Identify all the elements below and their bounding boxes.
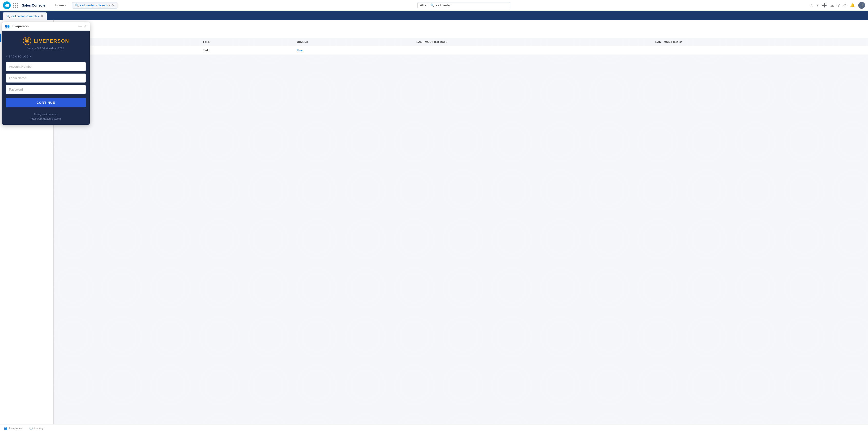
bottom-bar-history[interactable]: 🕐 History [29, 427, 43, 430]
home-tab-label: Home [55, 3, 64, 7]
table-row: Call Center Field User [54, 46, 868, 55]
login-name-input[interactable] [6, 73, 86, 82]
bottom-bar-liveperson[interactable]: 👥 Liveperson [4, 427, 23, 430]
fields-count: 1 Result [59, 30, 862, 34]
liveperson-bottom-icon: 👥 [4, 427, 7, 430]
env-info: Using environment: https://api-qa.tenfol… [6, 112, 86, 121]
env-url: https://api-qa.tenfold.com [31, 117, 61, 120]
liveperson-version: Version 5.3.0-lp-tc4March2022 [6, 47, 86, 50]
search-tab-chevron: ▾ [109, 4, 111, 7]
history-label: History [34, 427, 43, 430]
back-arrow-icon: ‹ [6, 55, 7, 58]
cell-last-modified-by [651, 46, 868, 55]
back-to-login-label: BACK TO LOGIN [8, 55, 32, 58]
search-type-label: All [420, 3, 424, 7]
widget-body: LIVEPERSON Version 5.3.0-lp-tc4March2022… [2, 31, 90, 125]
app-name: Sales Console [22, 3, 45, 7]
search-icon: 🔍 [430, 3, 434, 7]
notifications-icon[interactable]: 🔔 [850, 3, 855, 7]
search-input[interactable] [436, 3, 507, 7]
cell-type: Field [199, 46, 293, 55]
widget-header: 👥 Liveperson — ⤢ [2, 22, 90, 31]
cell-last-modified-date [412, 46, 651, 55]
avatar[interactable]: U [858, 2, 865, 9]
results-table: NAME TYPE OBJECT LAST MODIFIED DATE LAST… [54, 38, 868, 55]
expand-icon[interactable]: ⤢ [84, 24, 87, 28]
tab-search[interactable]: 🔍 call center - Search ▾ ✕ [3, 12, 47, 20]
fields-title: Fields [59, 25, 862, 30]
minimize-icon[interactable]: — [79, 24, 82, 28]
global-search-bar: All ▾ 🔍 [417, 2, 510, 8]
settings-icon[interactable]: ⚙ [843, 3, 846, 7]
top-nav-right: ☆ ▾ ➕ ☁ ? ⚙ 🔔 U [810, 2, 865, 9]
col-last-modified-by: LAST MODIFIED BY [651, 38, 868, 46]
home-tab-chevron: ▾ [65, 4, 66, 7]
fields-panel: Fields 1 Result [54, 20, 868, 38]
search-type-chevron: ▾ [425, 3, 426, 7]
top-nav: Sales Console Home ▾ 🔍 call center - Sea… [0, 0, 868, 11]
continue-button[interactable]: CONTINUE [6, 98, 86, 107]
tab-close-icon[interactable]: ✕ [41, 14, 43, 18]
tab-search-label: call center - Search [11, 14, 36, 18]
search-tab-label: call center - Search [80, 3, 107, 7]
col-type: TYPE [199, 38, 293, 46]
search-tab-icon: 🔍 [75, 3, 79, 7]
env-label: Using environment: [34, 113, 58, 116]
table-header: NAME TYPE OBJECT LAST MODIFIED DATE LAST… [54, 38, 868, 46]
tab-search-icon: 🔍 [6, 14, 10, 18]
liveperson-bottom-label: Liveperson [9, 427, 23, 430]
main-content: Fields 1 Result NAME TYPE OBJECT LAST MO… [54, 20, 868, 424]
app-menu-icon[interactable] [13, 3, 19, 8]
widget-header-title: Liveperson [12, 24, 29, 28]
cloud-icon[interactable]: ☁ [830, 3, 834, 7]
user-link[interactable]: User [297, 48, 303, 52]
back-to-login-link[interactable]: ‹ BACK TO LOGIN [6, 55, 86, 58]
password-input[interactable] [6, 85, 86, 94]
liveperson-header-icon: 👥 [5, 24, 10, 29]
liveperson-gear-icon [23, 36, 31, 45]
widget-header-right: — ⤢ [79, 24, 87, 28]
search-bar-container: All ▾ 🔍 [119, 2, 808, 8]
col-last-modified-date: LAST MODIFIED DATE [412, 38, 651, 46]
table-body: Call Center Field User [54, 46, 868, 55]
tab-chevron: ▾ [38, 15, 39, 18]
home-tab[interactable]: Home ▾ [52, 2, 69, 8]
widget-header-left: 👥 Liveperson [5, 24, 29, 29]
search-tab[interactable]: 🔍 call center - Search ▾ ✕ [72, 2, 118, 8]
search-type-select[interactable]: All ▾ [420, 3, 428, 7]
search-tab-close[interactable]: ✕ [112, 3, 115, 7]
account-number-input[interactable] [6, 62, 86, 71]
history-icon: 🕐 [29, 427, 33, 430]
liveperson-widget: 👥 Liveperson — ⤢ LIVEPERSON Version 5.3. [2, 22, 90, 125]
cell-object: User [293, 46, 412, 55]
salesforce-logo [3, 1, 11, 9]
add-icon[interactable]: ➕ [822, 3, 827, 7]
liveperson-logo: LIVEPERSON [6, 36, 86, 45]
liveperson-brand-name: LIVEPERSON [34, 38, 69, 44]
svg-point-1 [26, 40, 28, 42]
bottom-bar: 👥 Liveperson 🕐 History [0, 424, 868, 432]
favorites-chevron-icon[interactable]: ▾ [816, 3, 818, 7]
main-area: Search Results Top Results Users Profile… [0, 20, 868, 424]
favorites-icon[interactable]: ☆ [810, 3, 813, 7]
help-icon[interactable]: ? [838, 3, 840, 7]
col-object: OBJECT [293, 38, 412, 46]
tab-bar: 🔍 call center - Search ▾ ✕ [0, 11, 868, 20]
